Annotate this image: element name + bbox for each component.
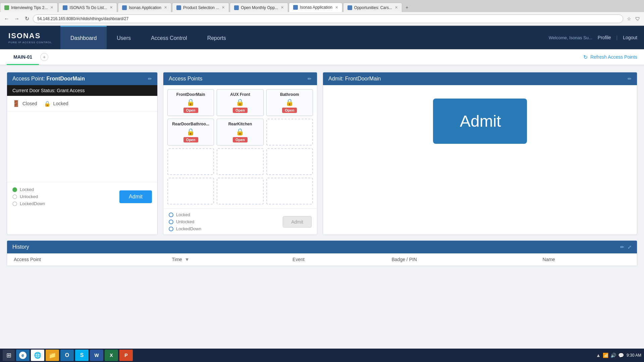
- tab-label: Interviewing Tips 2...: [11, 5, 48, 10]
- tab-close[interactable]: ✕: [48, 5, 53, 10]
- taskbar-ppt[interactable]: P: [119, 350, 133, 361]
- forward-button[interactable]: →: [13, 15, 21, 23]
- col-access-point[interactable]: Access Point: [7, 253, 165, 266]
- ap-legend-lockeddown: LockedDown: [169, 226, 201, 231]
- door-icon: 🚪: [12, 100, 20, 107]
- cell-badge-frontdoormain[interactable]: Open: [183, 108, 198, 113]
- cell-lock-bathroom: 🔒: [285, 98, 294, 106]
- col-event[interactable]: Event: [286, 253, 385, 266]
- door-status-label: Current Door Status:: [12, 88, 55, 93]
- access-cell-frontdoormain[interactable]: FrontDoorMain 🔒 Open: [167, 89, 214, 116]
- tab-open-monthly[interactable]: Open Monthly Opp... ✕: [230, 3, 288, 12]
- taskbar-outlook[interactable]: O: [60, 350, 74, 361]
- access-cell-empty-6: [217, 178, 263, 204]
- tab-interviewing[interactable]: Interviewing Tips 2... ✕: [0, 3, 58, 12]
- legend-dot-unlocked: [12, 194, 17, 199]
- refresh-access-points-button[interactable]: ↻ Refresh Access Points: [583, 54, 637, 60]
- col-name[interactable]: Name: [536, 253, 637, 266]
- extension-icon[interactable]: 🛡: [634, 15, 641, 22]
- taskbar-left: ⊞ e 🌐 📁 O S W X P: [3, 350, 133, 361]
- tab-isonas-app-active[interactable]: Isonas Application ✕: [289, 3, 342, 12]
- access-cell-empty-3: [217, 148, 263, 175]
- taskbar-word[interactable]: W: [90, 350, 103, 361]
- tab-opportunities[interactable]: Opportunities: Cars... ✕: [343, 3, 402, 12]
- taskbar-skype[interactable]: S: [75, 350, 89, 361]
- nav-item-reports[interactable]: Reports: [197, 26, 236, 49]
- history-table: Access Point Time ▼ Event Badge / PIN: [7, 253, 637, 266]
- access-points-legend: Locked Unlocked LockedDown: [169, 212, 201, 231]
- browser-tabs: Interviewing Tips 2... ✕ ISONAS To Do Li…: [0, 0, 644, 12]
- new-tab-button[interactable]: +: [403, 3, 411, 12]
- ap-legend-unlocked: Unlocked: [169, 219, 201, 224]
- tab-product-selection[interactable]: Product Selection ... ✕: [172, 3, 229, 12]
- cell-badge-rearkitchen[interactable]: Open: [233, 137, 248, 142]
- taskbar-volume-icon[interactable]: 🔊: [610, 353, 616, 358]
- admit-card-header: Admit: FrontDoorMain ✏: [323, 72, 637, 85]
- access-cell-auxfront[interactable]: AUX Front 🔒 Open: [217, 89, 263, 116]
- taskbar-chrome[interactable]: 🌐: [31, 350, 44, 361]
- door-status-bar: Current Door Status: Grant Access: [7, 85, 157, 96]
- welcome-text: Welcome, Isonas Su...: [549, 35, 592, 40]
- access-point-admit-button[interactable]: Admit: [119, 190, 152, 203]
- tab-close[interactable]: ✕: [161, 5, 167, 10]
- ap-legend-unlocked-label: Unlocked: [176, 219, 194, 224]
- nav-item-access-control[interactable]: Access Control: [141, 26, 197, 49]
- start-button[interactable]: ⊞: [3, 350, 15, 361]
- admit-big-button[interactable]: Admit: [433, 99, 527, 144]
- taskbar: ⊞ e 🌐 📁 O S W X P ▲ 📶 🔊 💬: [0, 349, 644, 362]
- refresh-icon: ↻: [583, 54, 588, 60]
- add-tab-button[interactable]: +: [40, 53, 48, 61]
- access-points-edit-icon[interactable]: ✏: [308, 76, 312, 81]
- access-points-admit-button[interactable]: Admit: [283, 216, 312, 228]
- access-cell-rearkitchen[interactable]: RearKitchen 🔒 Open: [217, 119, 263, 145]
- tab-label: Product Selection ...: [183, 5, 219, 10]
- tab-icon: [176, 5, 181, 10]
- taskbar-hide-icon[interactable]: ▲: [596, 353, 601, 358]
- tab-close[interactable]: ✕: [392, 5, 398, 10]
- dashboard-tab-main01[interactable]: MAIN-01: [7, 50, 39, 65]
- access-cell-empty-1: [266, 119, 313, 145]
- col-time[interactable]: Time ▼: [165, 253, 286, 266]
- tab-close[interactable]: ✕: [278, 5, 284, 10]
- profile-link[interactable]: Profile: [598, 35, 611, 40]
- access-cell-bathroom[interactable]: Bathroom 🔒 Open: [266, 89, 313, 116]
- taskbar-ie[interactable]: e: [16, 350, 30, 361]
- cell-badge-reardoorbathroom[interactable]: Open: [183, 137, 198, 142]
- access-point-edit-icon[interactable]: ✏: [148, 76, 152, 81]
- history-expand-icon[interactable]: ⤢: [628, 244, 632, 250]
- legend-lockeddown-label: LockedDown: [20, 201, 45, 206]
- tab-label: Open Monthly Opp...: [241, 5, 278, 10]
- browser-chrome: Interviewing Tips 2... ✕ ISONAS To Do Li…: [0, 0, 644, 26]
- nav-item-dashboard[interactable]: Dashboard: [60, 26, 107, 49]
- taskbar-notification-icon[interactable]: 💬: [618, 353, 624, 358]
- access-cell-reardoorbathroom[interactable]: RearDoorBathroo... 🔒 Open: [167, 119, 214, 145]
- tab-label: Isonas Application: [300, 5, 332, 10]
- taskbar-folder[interactable]: 📁: [46, 350, 59, 361]
- back-button[interactable]: ←: [3, 15, 11, 23]
- tab-isonas-todo[interactable]: ISONAS To Do List... ✕: [58, 3, 117, 12]
- tab-isonas-app1[interactable]: Isonas Application ✕: [118, 3, 171, 12]
- refresh-button[interactable]: ↻: [23, 15, 31, 23]
- cell-name-rearkitchen: RearKitchen: [228, 122, 252, 126]
- tab-icon: [4, 5, 9, 10]
- cell-name-frontdoormain: FrontDoorMain: [176, 92, 205, 97]
- taskbar-network-icon[interactable]: 📶: [603, 353, 608, 358]
- cell-badge-auxfront[interactable]: Open: [233, 108, 248, 113]
- admit-card-edit-icon[interactable]: ✏: [628, 76, 632, 81]
- cell-badge-bathroom[interactable]: Open: [282, 108, 297, 113]
- tab-close[interactable]: ✕: [332, 5, 338, 10]
- history-icons: ✏ ⤢: [620, 244, 632, 250]
- access-points-card-header: Access Points ✏: [163, 72, 317, 85]
- nav-item-users[interactable]: Users: [107, 26, 141, 49]
- col-badge-pin[interactable]: Badge / PIN: [385, 253, 536, 266]
- address-bar[interactable]: [33, 14, 623, 23]
- tab-close[interactable]: ✕: [219, 5, 225, 10]
- app-wrapper: ISONAS PURE IP ACCESS CONTROL Dashboard …: [0, 26, 644, 349]
- sort-icon: ▼: [185, 257, 190, 262]
- logout-link[interactable]: Logout: [623, 35, 637, 40]
- bookmark-icon[interactable]: ☆: [625, 15, 633, 22]
- tab-close[interactable]: ✕: [107, 5, 113, 10]
- history-edit-icon[interactable]: ✏: [620, 244, 624, 250]
- taskbar-excel[interactable]: X: [105, 350, 118, 361]
- admit-card: Admit: FrontDoorMain ✏ Admit: [323, 72, 637, 235]
